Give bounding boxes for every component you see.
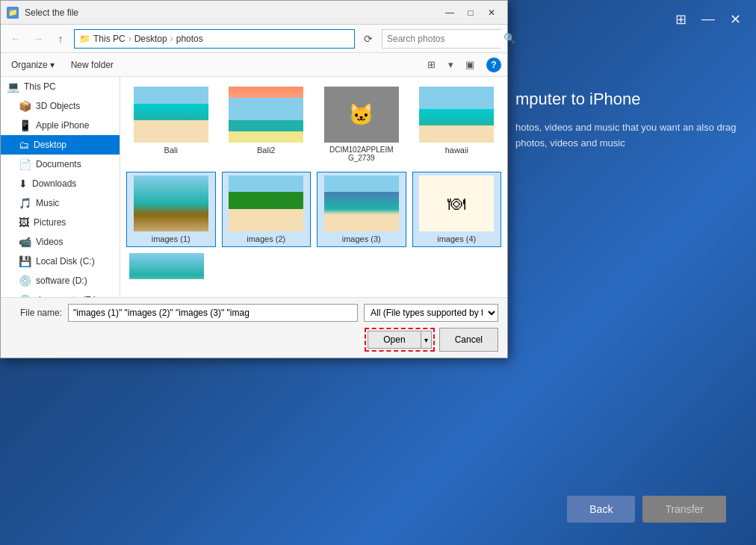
file-label-dcim: DCIM102APPLEIMG_2739 (329, 146, 394, 162)
file-label-bali: Bali (164, 146, 178, 155)
sidebar-item-software-d[interactable]: 💿 software (D:) (1, 271, 120, 290)
file-thumb-images3 (324, 175, 399, 231)
downloads-icon: ⬇ (19, 178, 28, 190)
filename-input[interactable] (68, 304, 358, 322)
back-button[interactable]: Back (567, 496, 635, 523)
sidebar-item-this-pc[interactable]: 💻 This PC (1, 77, 120, 96)
address-path[interactable]: 📁 This PC › Desktop › photos (74, 29, 355, 49)
taskbar: ⊞ — ✕ (660, 0, 756, 39)
close-button[interactable]: ✕ (482, 3, 501, 22)
maximize-button[interactable]: □ (461, 3, 480, 22)
dialog-icon: 📁 (7, 7, 19, 19)
transfer-button: Transfer (642, 496, 726, 523)
address-bar: ← → ↑ 📁 This PC › Desktop › photos ⟳ 🔍 (1, 25, 507, 53)
pane-button[interactable]: ▣ (461, 56, 479, 74)
sidebar-item-apple-iphone[interactable]: 📱 Apple iPhone (1, 116, 120, 135)
music-label: Music (36, 198, 59, 208)
file-label-images3: images (3) (342, 234, 381, 243)
help-button[interactable]: ? (486, 57, 501, 72)
sidebar-item-downloads[interactable]: ⬇ Downloads (1, 174, 120, 193)
path-desktop[interactable]: Desktop (134, 34, 167, 44)
file-item-images2[interactable]: images (2) (222, 172, 312, 247)
search-input[interactable] (382, 30, 504, 48)
file-item-images1[interactable]: images (1) (126, 172, 216, 247)
file-label-hawaii: hawaii (445, 146, 468, 155)
music-icon: 🎵 (19, 197, 31, 209)
file-item-hawaii[interactable]: hawaii (412, 83, 502, 166)
search-box: 🔍 (382, 29, 501, 49)
filename-label: File name: (10, 308, 62, 318)
path-this-pc[interactable]: This PC (93, 34, 126, 44)
file-item-dcim[interactable]: 🐱 DCIM102APPLEIMG_2739 (317, 83, 406, 166)
videos-icon: 📹 (19, 236, 31, 248)
refresh-button[interactable]: ⟳ (359, 30, 377, 48)
this-pc-label: This PC (24, 81, 56, 92)
dialog-toolbar: Organize ▾ New folder ⊞ ▾ ▣ ? (1, 53, 507, 77)
pictures-icon: 🖼 (19, 217, 29, 228)
pictures-label: Pictures (34, 217, 66, 228)
dialog-content: 💻 This PC 📦 3D Objects 📱 Apple iPhone 🗂 … (1, 77, 507, 297)
organize-label: Organize (11, 60, 48, 70)
dialog-bottom: File name: All (File types supported by … (1, 297, 507, 358)
minimize-button[interactable]: — (440, 3, 459, 22)
sidebar-item-videos[interactable]: 📹 Videos (1, 232, 120, 252)
file-item-images3[interactable]: images (3) (317, 172, 406, 247)
title-controls: — □ ✕ (440, 3, 501, 22)
3d-objects-icon: 📦 (19, 100, 31, 112)
open-button[interactable]: Open (368, 331, 420, 349)
file-thumb-bali2 (229, 87, 303, 143)
grid-icon[interactable]: ⊞ (675, 11, 687, 28)
open-dropdown-button[interactable]: ▾ (421, 331, 432, 349)
file-item-bali[interactable]: Bali (126, 83, 216, 166)
organize-button[interactable]: Organize ▾ (7, 58, 59, 72)
close-app-icon[interactable]: ✕ (730, 11, 741, 28)
action-row: Open ▾ Cancel (10, 328, 498, 352)
file-grid: Bali Bali2 🐱 DCIM102APPLEIMG_2739 (126, 83, 501, 247)
up-button[interactable]: ↑ (52, 30, 69, 48)
sidebar-item-desktop[interactable]: 🗂 Desktop (1, 135, 120, 155)
open-button-group: Open ▾ (365, 328, 434, 352)
file-thumb-hawaii (419, 87, 494, 143)
bg-body: hotos, videos and music that you want an… (515, 120, 741, 152)
partial-thumb-1 (129, 253, 204, 279)
file-item-bali2[interactable]: Bali2 (222, 83, 312, 166)
sidebar-item-music[interactable]: 🎵 Music (1, 193, 120, 213)
documents-icon: 📄 (19, 158, 31, 170)
view-buttons: ⊞ ▾ ▣ (422, 56, 479, 74)
sidebar-item-documents[interactable]: 📄 Documents (1, 155, 120, 174)
minimize-icon[interactable]: — (701, 11, 715, 28)
software-d-label: software (D:) (36, 275, 87, 286)
file-label-images1: images (1) (152, 234, 190, 243)
sidebar-item-pictures[interactable]: 🖼 Pictures (1, 213, 120, 232)
view-dropdown-button[interactable]: ▾ (441, 56, 459, 74)
forward-button[interactable]: → (29, 30, 47, 48)
videos-label: Videos (36, 237, 63, 247)
sidebar-item-local-disk-c[interactable]: 💾 Local Disk (C:) (1, 252, 120, 271)
back-button[interactable]: ← (7, 30, 25, 48)
path-sep2: › (170, 34, 173, 44)
3d-objects-label: 3D Objects (36, 101, 80, 111)
file-thumb-images1 (134, 175, 208, 231)
bg-app-text: mputer to iPhone hotos, videos and music… (515, 90, 741, 152)
search-button[interactable]: 🔍 (504, 30, 516, 48)
documents-label: Documents (36, 159, 81, 169)
filetype-select[interactable]: All (File types supported by the (364, 304, 498, 322)
dialog-titlebar: 📁 Select the file — □ ✕ (1, 1, 507, 25)
documents-e-label: documents (E:) (36, 295, 96, 297)
sidebar-item-documents-e[interactable]: 💿 documents (E:) (1, 290, 120, 297)
sidebar-item-3d-objects[interactable]: 📦 3D Objects (1, 96, 120, 116)
file-item-images4[interactable]: 🍽 images (4) (412, 172, 502, 247)
apple-iphone-icon: 📱 (19, 119, 31, 131)
bg-heading: mputer to iPhone (515, 90, 741, 109)
documents-e-icon: 💿 (19, 294, 31, 297)
cancel-button[interactable]: Cancel (439, 328, 498, 352)
sidebar: 💻 This PC 📦 3D Objects 📱 Apple iPhone 🗂 … (1, 77, 120, 297)
path-photos[interactable]: photos (176, 34, 203, 44)
path-folder-icon: 📁 (79, 34, 90, 44)
new-folder-button[interactable]: New folder (66, 58, 118, 72)
view-mode-button[interactable]: ⊞ (422, 56, 440, 74)
dialog-title: Select the file (25, 7, 440, 18)
desktop-icon: 🗂 (19, 139, 29, 151)
local-disk-c-label: Local Disk (C:) (36, 256, 95, 267)
file-thumb-dcim: 🐱 (324, 87, 399, 143)
